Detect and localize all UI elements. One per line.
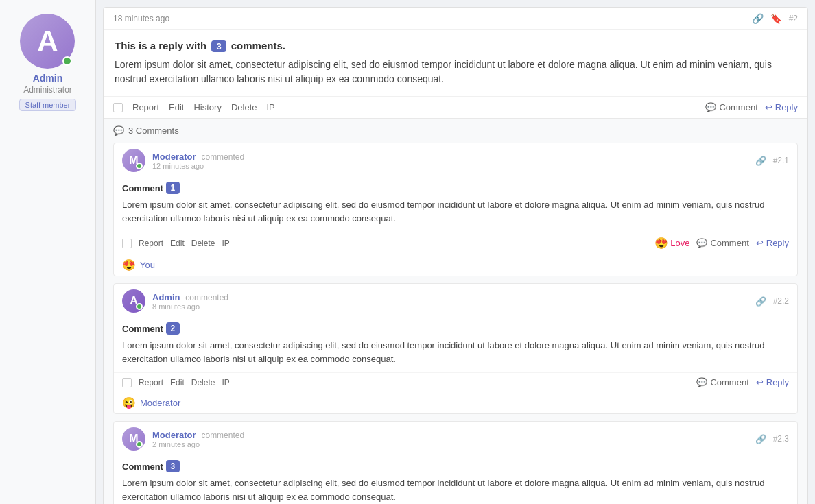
ip-link[interactable]: IP: [266, 102, 274, 112]
comment-1-badge: 1: [166, 182, 180, 194]
comment-2-ip[interactable]: IP: [222, 378, 229, 387]
comment-3-avatar: M: [122, 427, 145, 451]
comment-2-footer: 😜 Moderator: [114, 392, 797, 413]
comment-3-author[interactable]: Moderator: [152, 430, 196, 440]
select-checkbox[interactable]: [122, 239, 132, 248]
comment-2-delete[interactable]: Delete: [191, 378, 215, 387]
comment-2-footer-name[interactable]: Moderator: [140, 398, 180, 408]
comment-1-label: Comment 1: [122, 182, 789, 194]
reply-icon: ↩: [756, 238, 764, 248]
user-profile: A Admin Administrator Staff member: [19, 14, 77, 111]
comments-section: 💬 3 Comments M Moderator commented 12 mi: [104, 118, 807, 504]
comment-1-time: 12 minutes ago: [152, 162, 748, 170]
comment-1-action: commented: [201, 152, 244, 162]
bookmark-icon[interactable]: 🔖: [770, 13, 782, 24]
comment-2-comment-btn[interactable]: 💬 Comment: [696, 377, 748, 387]
comment-1-meta: Moderator commented 12 minutes ago: [152, 151, 748, 170]
comment-icon: 💬: [696, 238, 707, 248]
post-card: 18 minutes ago 🔗 🔖 #2 This is a reply wi…: [103, 7, 808, 504]
comment-icon: 💬: [696, 377, 707, 387]
edit-link[interactable]: Edit: [169, 102, 184, 112]
comment-2-id: #2.2: [773, 296, 789, 306]
comment-2-report[interactable]: Report: [139, 378, 163, 387]
comment-3-time: 2 minutes ago: [152, 440, 748, 448]
post-id: #2: [789, 14, 798, 23]
comment-1-ip[interactable]: IP: [222, 239, 229, 248]
comment-2-reply-btn[interactable]: ↩ Reply: [756, 377, 789, 387]
comment-3-id: #2.3: [773, 434, 789, 444]
share-icon[interactable]: 🔗: [755, 296, 766, 307]
report-link[interactable]: Report: [132, 102, 159, 112]
comment-1-header: M Moderator commented 12 minutes ago 🔗 #…: [114, 143, 797, 178]
comment-2-avatar: A: [122, 289, 145, 313]
comment-1-edit[interactable]: Edit: [170, 239, 185, 248]
comment-1-footer-name[interactable]: You: [140, 260, 155, 270]
comments-header: 💬 3 Comments: [113, 125, 798, 136]
comment-2-header-right: 🔗 #2.2: [755, 296, 789, 307]
comment-3-text: Lorem ipsum dolor sit amet, consectetur …: [122, 477, 789, 503]
comment-1-report[interactable]: Report: [139, 239, 163, 248]
comment-1-actions-right: 😍 Love 💬 Comment ↩ Reply: [654, 237, 789, 250]
post-actions: Report Edit History Delete IP 💬 Comment …: [104, 96, 807, 118]
comment-2-time: 8 minutes ago: [152, 302, 748, 311]
post-title: This is a reply with 3 comments.: [115, 40, 796, 52]
comment-count-badge: 3: [211, 40, 226, 52]
comment-2-action: commented: [185, 293, 228, 302]
comment-2-header: A Admin commented 8 minutes ago 🔗 #2.2: [114, 284, 797, 318]
comment-1-reply-btn[interactable]: ↩ Reply: [756, 238, 789, 248]
post-header-actions: 🔗 🔖 #2: [752, 13, 798, 24]
comment-1-id: #2.1: [773, 156, 789, 165]
post-timestamp: 18 minutes ago: [113, 14, 169, 23]
history-link[interactable]: History: [193, 102, 221, 112]
main-content: 18 minutes ago 🔗 🔖 #2 This is a reply wi…: [96, 0, 815, 504]
comments-icon: 💬: [113, 125, 124, 136]
user-role: Administrator: [23, 85, 72, 95]
comment-1-body: Comment 1 Lorem ipsum dolor sit amet, co…: [114, 178, 797, 232]
comment-1-delete[interactable]: Delete: [191, 239, 215, 248]
comment-1-avatar: M: [122, 149, 145, 172]
comment-1-author[interactable]: Moderator: [152, 152, 196, 162]
share-icon[interactable]: 🔗: [752, 13, 764, 24]
comment-button[interactable]: 💬 Comment: [705, 102, 757, 112]
footer-emoji: 😜: [122, 396, 136, 409]
reaction-label: Love: [670, 238, 689, 248]
post-header: 18 minutes ago 🔗 🔖 #2: [104, 8, 807, 30]
online-dot: [136, 441, 143, 448]
comment-2-badge: 2: [166, 322, 180, 335]
comment-2-author[interactable]: Admin: [152, 292, 180, 302]
online-dot: [136, 163, 143, 169]
comment-3-badge: 3: [166, 460, 180, 472]
comment-2-actions-right: 💬 Comment ↩ Reply: [696, 377, 789, 387]
reply-button[interactable]: ↩ Reply: [765, 102, 798, 112]
reply-icon: ↩: [756, 377, 764, 387]
comment-2-meta: Admin commented 8 minutes ago: [152, 291, 748, 311]
avatar: A: [20, 14, 75, 69]
comment-1-actions: Report Edit Delete IP 😍 Love 💬 Comment: [114, 232, 797, 254]
comment-icon: 💬: [705, 102, 716, 112]
post-actions-right: 💬 Comment ↩ Reply: [705, 102, 798, 112]
select-checkbox[interactable]: [113, 103, 123, 112]
comment-3-body: Comment 3 Lorem ipsum dolor sit amet, co…: [114, 456, 797, 504]
share-icon[interactable]: 🔗: [755, 434, 766, 444]
staff-badge: Staff member: [19, 99, 77, 111]
comment-1-reaction[interactable]: 😍 Love: [654, 237, 689, 250]
username[interactable]: Admin: [33, 73, 63, 84]
online-indicator: [62, 56, 72, 66]
post-body: This is a reply with 3 comments. Lorem i…: [104, 30, 807, 96]
love-emoji: 😍: [654, 237, 668, 250]
comment-1-comment-btn[interactable]: 💬 Comment: [696, 238, 748, 248]
comment-1-text: Lorem ipsum dolor sit amet, consectetur …: [122, 198, 789, 225]
comment-3-label: Comment 3: [122, 460, 789, 472]
share-icon[interactable]: 🔗: [755, 156, 766, 166]
delete-link[interactable]: Delete: [231, 102, 257, 112]
footer-emoji: 😍: [122, 259, 136, 272]
comment-2-edit[interactable]: Edit: [170, 378, 185, 387]
comment-3-header-right: 🔗 #2.3: [755, 434, 789, 444]
comment-2-label: Comment 2: [122, 322, 789, 335]
comment-2-actions: Report Edit Delete IP 💬 Comment ↩ Reply: [114, 372, 797, 392]
comment-2-text: Lorem ipsum dolor sit amet, consectetur …: [122, 339, 789, 365]
comment-3-action: commented: [201, 431, 244, 440]
select-checkbox[interactable]: [122, 378, 132, 387]
comment-card-2: A Admin commented 8 minutes ago 🔗 #2.2: [113, 283, 798, 414]
comment-2-body: Comment 2 Lorem ipsum dolor sit amet, co…: [114, 318, 797, 372]
